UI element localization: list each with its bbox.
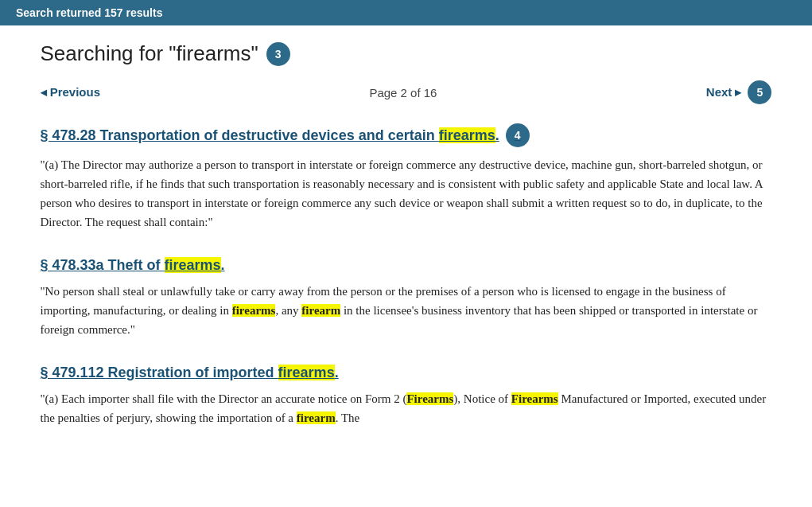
search-heading-badge: 3 [266,42,290,66]
previous-link[interactable]: ◂ Previous [41,85,101,99]
result-3-title-text: § 479.112 Registration of imported firea… [41,365,339,381]
top-bar-text: Search returned 157 results [16,6,162,19]
result-2-body: "No person shall steal or unlawfully tak… [41,282,772,339]
content-area: Searching for "firearms" 3 ◂ Previous Pa… [17,25,796,477]
next-area: Next ▸ 5 [706,80,772,104]
result-title-2[interactable]: § 478.33a Theft of firearms. [41,257,772,274]
result-3-firearm: firearm [297,411,336,424]
result-3-body: "(a) Each importer shall file with the D… [41,389,772,427]
result-section-2: § 478.33a Theft of firearms. "No person … [41,257,772,339]
next-link[interactable]: Next ▸ [706,85,742,99]
result-3-firearms-1: Firearms [406,392,453,405]
result-1-badge: 4 [506,123,530,147]
result-3-firearms-2: Firearms [511,392,558,405]
pagination-row: ◂ Previous Page 2 of 16 Next ▸ 5 [41,80,772,104]
result-2-firearms: firearms [232,304,276,317]
result-2-highlight-1: firearms [165,257,221,273]
result-1-highlight-1: firearms [439,127,495,143]
result-2-title-text: § 478.33a Theft of firearms. [41,257,225,274]
search-heading: Searching for "firearms" 3 [41,41,772,66]
result-1-body: "(a) The Director may authorize a person… [41,155,772,232]
result-section-1: § 478.28 Transportation of destructive d… [41,123,772,232]
result-2-firearm: firearm [301,304,340,317]
result-3-highlight-1: firearms [278,365,335,380]
next-label: Next ▸ [706,85,742,99]
top-bar: Search returned 157 results [0,0,812,25]
previous-label: ◂ Previous [41,85,101,99]
result-section-3: § 479.112 Registration of imported firea… [41,365,772,427]
result-title-1[interactable]: § 478.28 Transportation of destructive d… [41,123,772,147]
page-info: Page 2 of 16 [369,86,437,99]
next-badge: 5 [748,80,771,104]
search-heading-text: Searching for "firearms" [41,41,258,66]
result-1-title-text: § 478.28 Transportation of destructive d… [41,127,499,144]
result-title-3[interactable]: § 479.112 Registration of imported firea… [41,365,772,381]
